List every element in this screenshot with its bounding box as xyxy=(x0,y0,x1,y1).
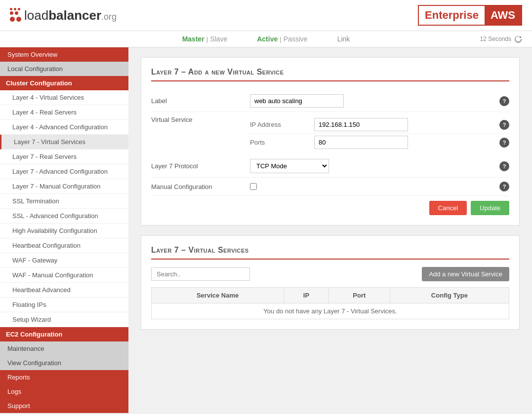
sidebar-item-layer7-real-servers[interactable]: Layer 7 - Real Servers xyxy=(0,150,128,164)
sidebar-item-floating-ips[interactable]: Floating IPs xyxy=(0,298,128,312)
protocol-control-wrap: TCP Mode HTTP Mode HTTPS Mode ? xyxy=(250,159,509,173)
content: Layer 7 – Add a new Virtual Service Labe… xyxy=(128,47,532,413)
link-nav[interactable]: Link xyxy=(337,35,350,43)
ports-row: Ports ? xyxy=(250,134,509,151)
table-header-row: Service Name IP Port Config Type xyxy=(152,288,509,303)
col-service-name: Service Name xyxy=(152,288,284,303)
sidebar-item-logs[interactable]: Logs xyxy=(0,384,128,399)
logo-dot xyxy=(10,11,13,15)
empty-message: You do not have any Layer 7 - Virtual Se… xyxy=(152,303,509,319)
manual-config-control-wrap: ? xyxy=(250,182,509,191)
logo-balancer: balancer xyxy=(48,8,101,23)
col-config-type: Config Type xyxy=(390,288,509,303)
ip-address-label: IP Address xyxy=(250,121,314,128)
label-control-wrap: ? xyxy=(250,94,509,108)
virtual-service-label: Virtual Service xyxy=(151,116,250,123)
sidebar-item-layer7-virtual-services[interactable]: Layer 7 - Virtual Services xyxy=(0,135,128,150)
sidebar-item-view-configuration[interactable]: View Configuration xyxy=(0,356,128,370)
empty-row: You do not have any Layer 7 - Virtual Se… xyxy=(152,303,509,319)
logo-org: .org xyxy=(101,12,117,22)
label-field-label: Label xyxy=(151,97,250,105)
active-passive-group: Active | Passive xyxy=(257,35,307,43)
sidebar-item-layer4-real-servers[interactable]: Layer 4 - Real Servers xyxy=(0,105,128,120)
nav-separator: | xyxy=(280,36,281,43)
sidebar-item-heartbeat[interactable]: Heartbeat Configuration xyxy=(0,238,128,253)
table-section-title: Layer 7 – Virtual Services xyxy=(151,246,509,260)
logo-dots xyxy=(10,8,21,23)
logo-dot xyxy=(18,8,20,10)
col-port: Port xyxy=(328,288,390,303)
header: loadbalancer.org Enterprise AWS xyxy=(0,0,532,31)
virtual-service-ip-row: Virtual Service IP Address ? Ports ? xyxy=(151,112,509,155)
active-link[interactable]: Active xyxy=(257,35,278,43)
manual-config-label: Manual Configuration xyxy=(151,183,250,190)
logo-load: load xyxy=(24,8,48,23)
protocol-select[interactable]: TCP Mode HTTP Mode HTTPS Mode xyxy=(250,159,329,173)
form-section: Layer 7 – Add a new Virtual Service Labe… xyxy=(141,57,520,226)
label-help-icon[interactable]: ? xyxy=(499,96,509,106)
ip-help-icon[interactable]: ? xyxy=(499,120,509,130)
slave-link[interactable]: Slave xyxy=(210,35,227,43)
sidebar-item-high-availability[interactable]: High Availability Configuration xyxy=(0,224,128,238)
data-table: Service Name IP Port Config Type You do … xyxy=(151,287,509,319)
sidebar-item-layer7-manual[interactable]: Layer 7 - Manual Configuration xyxy=(0,179,128,194)
sidebar-item-system-overview[interactable]: System Overview xyxy=(0,47,128,62)
sidebar-item-heartbeat-advanced[interactable]: Heartbeat Advanced xyxy=(0,283,128,298)
passive-link[interactable]: Passive xyxy=(284,35,308,43)
label-row: Label ? xyxy=(151,90,509,112)
ip-control-wrap: ? xyxy=(314,118,509,131)
add-virtual-service-button[interactable]: Add a new Virtual Service xyxy=(422,267,509,281)
ports-label: Ports xyxy=(250,139,314,146)
table-controls: Add a new Virtual Service xyxy=(151,267,509,281)
update-button[interactable]: Update xyxy=(471,201,509,215)
aws-label: AWS xyxy=(485,6,521,25)
ip-row: IP Address ? xyxy=(250,116,509,134)
search-input[interactable] xyxy=(151,267,250,281)
protocol-row: Layer 7 Protocol TCP Mode HTTP Mode HTTP… xyxy=(151,155,509,178)
logo-dot xyxy=(10,17,15,22)
logo-dot xyxy=(16,17,21,22)
form-button-row: Cancel Update xyxy=(151,196,509,215)
sidebar-item-setup-wizard[interactable]: Setup Wizard xyxy=(0,312,128,327)
sidebar-item-cluster-configuration[interactable]: Cluster Configuration xyxy=(0,76,128,90)
logo-text: loadbalancer.org xyxy=(24,8,117,23)
form-section-title: Layer 7 – Add a new Virtual Service xyxy=(151,68,509,81)
sidebar-item-ssl-advanced[interactable]: SSL - Advanced Configuration xyxy=(0,209,128,224)
sidebar-item-layer4-advanced[interactable]: Layer 4 - Advanced Configuration xyxy=(0,120,128,135)
logo-area: loadbalancer.org xyxy=(10,8,117,23)
enterprise-label: Enterprise xyxy=(419,6,485,25)
sidebar-item-local-configuration[interactable]: Local Configuration xyxy=(0,62,128,76)
logo-dot xyxy=(15,11,18,15)
master-link[interactable]: Master xyxy=(182,35,205,43)
manual-config-help-icon[interactable]: ? xyxy=(499,182,509,191)
sidebar-item-reports[interactable]: Reports xyxy=(0,370,128,384)
logo-dot xyxy=(14,8,16,10)
sidebar-item-support[interactable]: Support xyxy=(0,399,128,413)
cancel-button[interactable]: Cancel xyxy=(429,201,467,215)
sidebar-item-ssl-termination[interactable]: SSL Termination xyxy=(0,194,128,209)
ports-control-wrap: ? xyxy=(314,136,509,149)
ip-address-input[interactable] xyxy=(314,118,408,131)
label-input[interactable] xyxy=(250,94,344,108)
manual-config-row: Manual Configuration ? xyxy=(151,178,509,196)
sidebar-item-layer7-advanced[interactable]: Layer 7 - Advanced Configuration xyxy=(0,164,128,179)
table-section: Layer 7 – Virtual Services Add a new Vir… xyxy=(141,235,520,330)
nav-timer: 12 Seconds xyxy=(480,35,522,43)
sidebar-item-maintenance[interactable]: Maintenance xyxy=(0,341,128,356)
link-group: Link xyxy=(337,35,350,43)
sidebar-item-waf-gateway[interactable]: WAF - Gateway xyxy=(0,253,128,268)
protocol-label: Layer 7 Protocol xyxy=(151,162,250,170)
timer-label: 12 Seconds xyxy=(480,36,511,42)
sidebar-item-waf-manual[interactable]: WAF - Manual Configuration xyxy=(0,268,128,283)
refresh-icon[interactable] xyxy=(514,35,522,43)
logo-dot xyxy=(10,8,12,10)
protocol-help-icon[interactable]: ? xyxy=(499,161,509,171)
sidebar-item-ec2-configuration[interactable]: EC2 Configuration xyxy=(0,327,128,341)
master-slave-group: Master | Slave xyxy=(182,35,228,43)
ports-input[interactable] xyxy=(314,136,408,149)
ports-help-icon[interactable]: ? xyxy=(499,138,509,148)
enterprise-badge: Enterprise AWS xyxy=(418,5,522,26)
sidebar-item-layer4-virtual-services[interactable]: Layer 4 - Virtual Services xyxy=(0,90,128,105)
manual-config-checkbox[interactable] xyxy=(250,183,257,190)
main-layout: System Overview Local Configuration Clus… xyxy=(0,47,532,413)
